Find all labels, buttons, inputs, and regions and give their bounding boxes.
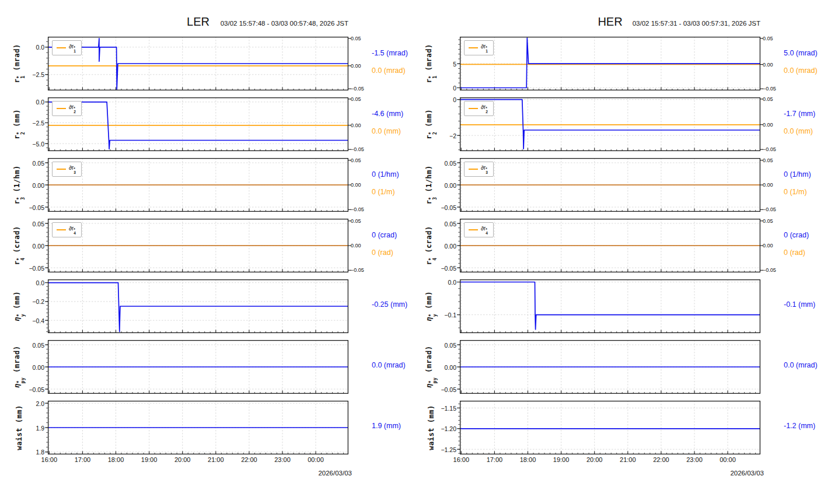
ytick-ler-etay-0: 0.0 — [19, 280, 44, 286]
xtick-ler-2: 18:00 — [102, 457, 130, 463]
ytick-ler-r2-0: 0.0 — [19, 99, 44, 106]
panel-her-waist — [460, 401, 760, 454]
ytick-her-r3-0: 0.05 — [431, 160, 456, 167]
rtick-her-r4-2: −0.05 — [763, 268, 781, 273]
panel-ler-r2 — [48, 97, 348, 151]
ytick-her-r2-0: 0 — [431, 97, 456, 103]
xtick-her-1: 17:00 — [480, 457, 508, 463]
time-range-her: 03/02 15:57:31 - 03/03 00:57:31, 2026 JS… — [460, 20, 760, 27]
series-blue — [48, 38, 348, 89]
xtick-ler-1: 17:00 — [68, 457, 96, 463]
xtick-ler-5: 21:00 — [202, 457, 230, 463]
rtick-ler-r3-2: −0.05 — [351, 207, 369, 212]
ylabel-her-r2: r*2 (mm) — [418, 97, 445, 151]
ytick-ler-etapy-1: 0.00 — [19, 365, 44, 371]
legend-her-r2: ∂r*2 — [464, 101, 494, 116]
rtick-her-r2-2: −0.05 — [763, 147, 781, 152]
ytick-ler-r2-1: −2.5 — [19, 120, 44, 127]
ytick-ler-etapy-0: 0.05 — [19, 342, 44, 349]
value-annotation-her-r2-orange: 0.0 (mm) — [784, 128, 813, 136]
ytick-her-r4-0: 0.05 — [431, 221, 456, 228]
panel-ler-r1 — [48, 37, 348, 90]
value-annotation-ler-etapy-blue: 0.0 (mrad) — [372, 362, 406, 370]
ytick-her-etay-0: 0.0 — [431, 279, 456, 286]
xtick-ler-7: 23:00 — [268, 457, 296, 463]
plot-svg-her-etapy — [460, 340, 760, 394]
panel-ler-r3 — [48, 158, 348, 212]
rtick-ler-r2-0: 0.05 — [351, 97, 369, 102]
plot-svg-ler-r1 — [48, 37, 348, 90]
rtick-her-r1-1: 0.00 — [763, 62, 781, 68]
ytick-her-r4-1: 0.00 — [431, 243, 456, 250]
plot-svg-ler-etapy — [48, 340, 348, 394]
rtick-her-r2-1: 0.00 — [763, 123, 781, 128]
value-annotation-her-r4-blue: 0 (crad) — [784, 232, 809, 240]
plot-svg-ler-waist — [48, 401, 348, 454]
value-annotation-ler-r4-blue: 0 (crad) — [372, 232, 397, 240]
value-annotation-her-etapy-blue: 0.0 (mrad) — [784, 362, 818, 370]
xtick-ler-4: 20:00 — [169, 457, 197, 463]
ytick-ler-r2-2: −5.0 — [19, 141, 44, 148]
rtick-her-r3-0: 0.05 — [763, 158, 781, 163]
ylabel-her-etay: η*y (mm) — [418, 279, 445, 333]
xtick-ler-3: 19:00 — [135, 457, 163, 463]
plot-svg-ler-r4 — [48, 219, 348, 272]
rtick-ler-r4-0: 0.05 — [351, 219, 369, 224]
rtick-ler-r3-1: 0.00 — [351, 183, 369, 188]
legend-line-sample — [469, 169, 478, 170]
plot-svg-her-r2 — [460, 97, 760, 151]
rtick-ler-r4-2: −0.05 — [351, 268, 369, 273]
ylabel-ler-etay: η*y (mm) — [6, 279, 33, 333]
ytick-ler-etay-1: −0.2 — [19, 299, 44, 305]
legend-line-sample — [469, 108, 478, 109]
ytick-ler-waist-2: 1.8 — [19, 449, 44, 456]
value-annotation-her-r1-blue: 5.0 (mrad) — [784, 50, 818, 58]
legend-label: ∂r*3 — [481, 164, 488, 174]
panel-ler-r4 — [48, 219, 348, 272]
rtick-her-r4-0: 0.05 — [763, 219, 781, 224]
rtick-ler-r2-2: −0.05 — [351, 147, 369, 152]
value-annotation-ler-r3-orange: 0 (1/m) — [372, 188, 395, 197]
legend-label: ∂r*3 — [69, 164, 76, 174]
rtick-ler-r1-1: 0.00 — [351, 64, 369, 69]
ytick-ler-r3-1: 0.00 — [19, 183, 44, 189]
ytick-her-r1-1: 0 — [431, 85, 456, 92]
ytick-ler-waist-1: 1.9 — [19, 425, 44, 432]
ytick-her-etapy-2: −0.05 — [431, 387, 456, 393]
ytick-ler-r1-1: −2.5 — [19, 72, 44, 78]
value-annotation-her-waist-blue: -1.2 (mm) — [784, 422, 815, 430]
xtick-her-3: 19:00 — [547, 457, 575, 463]
rtick-ler-r3-0: 0.05 — [351, 158, 369, 163]
ytick-her-r3-2: −0.05 — [431, 205, 456, 211]
rtick-her-r1-2: −0.05 — [763, 86, 781, 92]
legend-line-sample — [469, 229, 478, 230]
legend-line-sample — [57, 229, 66, 230]
rtick-her-r1-0: 0.05 — [763, 36, 781, 41]
ytick-ler-r4-0: 0.05 — [19, 221, 44, 228]
panel-ler-etapy — [48, 340, 348, 394]
ytick-ler-waist-0: 2.0 — [19, 401, 44, 407]
legend-her-r4: ∂r*4 — [464, 222, 494, 237]
plot-svg-ler-r3 — [48, 158, 348, 212]
optics-monitor-page: LER03/02 15:57:48 - 03/03 00:57:48, 2026… — [0, 0, 824, 504]
value-annotation-her-r3-orange: 0 (1/m) — [784, 188, 807, 197]
panel-her-r2 — [460, 97, 760, 151]
legend-label: ∂r*1 — [481, 43, 488, 52]
ytick-ler-r3-2: −0.05 — [19, 205, 44, 211]
ylabel-text: η*y (mm) — [13, 291, 26, 321]
value-annotation-ler-etay-blue: -0.25 (mm) — [372, 301, 407, 309]
panel-her-etay — [460, 279, 760, 333]
rtick-her-r3-1: 0.00 — [763, 183, 781, 188]
panel-her-r4 — [460, 219, 760, 272]
plot-svg-her-waist — [460, 401, 760, 454]
value-annotation-ler-r1-orange: 0.0 (mrad) — [372, 67, 406, 75]
legend-label: ∂r*2 — [481, 104, 488, 113]
panel-ler-etay — [48, 279, 348, 333]
legend-line-sample — [57, 47, 66, 48]
xtick-her-0: 16:00 — [447, 457, 475, 463]
ytick-her-etapy-1: 0.00 — [431, 365, 456, 371]
date-label-her: 2026/03/03 — [460, 470, 764, 477]
value-annotation-ler-r4-orange: 0 (rad) — [372, 249, 393, 257]
panel-her-r3 — [460, 158, 760, 212]
panel-her-etapy — [460, 340, 760, 394]
